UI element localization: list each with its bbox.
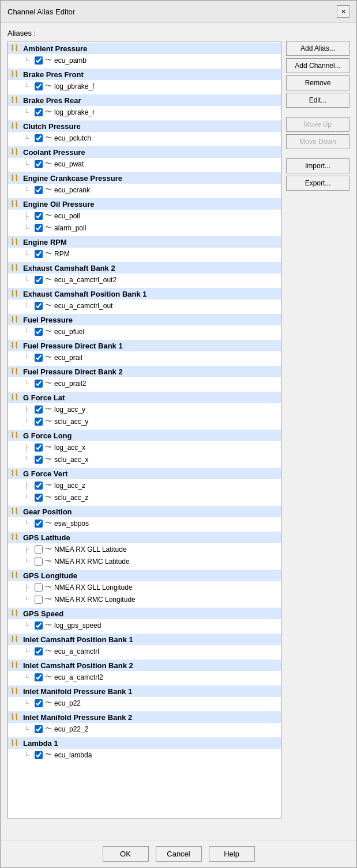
alias-header[interactable]: ⌇⌇G Force Vert [8,468,281,479]
alias-header[interactable]: ⌇⌇Inlet Camshaft Position Bank 1 [8,634,281,645]
tree-line-icon: └ [24,558,32,565]
alias-header[interactable]: ⌇⌇Inlet Camshaft Position Bank 2 [8,659,281,671]
channel-checkbox[interactable] [35,751,43,759]
edit-button[interactable]: Edit... [286,93,350,108]
channel-checkbox[interactable] [35,418,43,426]
help-button[interactable]: Help [209,846,255,862]
alias-header[interactable]: ⌇⌇Gear Position [8,506,281,517]
alias-header[interactable]: ⌇⌇GPS Speed [8,608,281,619]
channel-wave-icon: 〜 [45,301,52,310]
channel-checkbox[interactable] [35,160,43,168]
channel-wave-icon: 〜 [45,107,52,117]
channel-checkbox[interactable] [35,380,43,388]
channel-checkbox[interactable] [35,354,43,362]
alias-header[interactable]: ⌇⌇Inlet Manifold Pressure Bank 1 [8,685,281,697]
alias-wave-icon: ⌇⌇ [10,263,21,272]
tree-line-icon: └ [24,456,32,463]
channel-checkbox[interactable] [35,250,43,258]
channel-item: └〜RPM [8,248,281,260]
channel-item: └〜ecu_prail [8,351,281,363]
channel-checkbox[interactable] [35,212,43,220]
alias-wave-icon: ⌇⌇ [10,70,21,79]
alias-header[interactable]: ⌇⌇Fuel Pressure Direct Bank 1 [8,340,281,351]
channel-name: ecu_a_camctrl_out [54,302,112,310]
channel-checkbox[interactable] [35,405,43,414]
channel-checkbox[interactable] [35,545,43,554]
alias-header[interactable]: ⌇⌇GPS Latitude [8,532,281,543]
channel-checkbox[interactable] [35,494,43,502]
alias-header[interactable]: ⌇⌇Ambient Pressure [8,43,281,54]
channel-wave-icon: 〜 [45,352,52,362]
channel-wave-icon: 〜 [45,404,52,414]
channel-checkbox[interactable] [35,444,43,452]
add-channel-button[interactable]: Add Channel... [286,58,350,73]
alias-name: Brake Pres Rear [23,96,81,105]
alias-name: Exhaust Camshaft Position Bank 1 [23,290,147,298]
ok-button[interactable]: OK [103,846,149,862]
channel-checkbox[interactable] [35,482,43,490]
alias-group: ⌇⌇GPS Longitude├〜NMEA RX GLL Longitude└〜… [8,568,281,607]
channel-item: └〜ecu_p22 [8,697,281,709]
alias-header[interactable]: ⌇⌇Exhaust Camshaft Bank 2 [8,262,281,274]
alias-header[interactable]: ⌇⌇Clutch Pressure [8,120,281,132]
add-alias-button[interactable]: Add Alias... [286,41,350,56]
alias-header[interactable]: ⌇⌇Brake Pres Front [8,69,281,80]
channel-name: ecu_prail2 [54,380,86,388]
channel-checkbox[interactable] [35,583,43,592]
channel-wave-icon: 〜 [45,442,52,452]
close-button[interactable]: ✕ [337,5,350,18]
alias-wave-icon: ⌇⌇ [10,341,21,350]
export-button[interactable]: Export... [286,176,350,191]
channel-checkbox[interactable] [35,56,43,65]
remove-button[interactable]: Remove [286,75,350,90]
alias-header[interactable]: ⌇⌇GPS Longitude [8,570,281,581]
alias-header[interactable]: ⌇⌇G Force Lat [8,392,281,403]
alias-header[interactable]: ⌇⌇G Force Long [8,430,281,441]
channel-wave-icon: 〜 [45,55,52,65]
alias-header[interactable]: ⌇⌇Engine Oil Pressure [8,198,281,210]
alias-header[interactable]: ⌇⌇Fuel Pressure [8,314,281,325]
channel-name: ecu_poil [54,212,80,220]
alias-header[interactable]: ⌇⌇Exhaust Camshaft Position Bank 1 [8,288,281,300]
channel-name: NMEA RX GLL Longitude [54,583,133,592]
alias-list[interactable]: ⌇⌇Ambient Pressure└〜ecu_pamb⌇⌇Brake Pres… [7,41,281,818]
channel-checkbox[interactable] [35,302,43,310]
alias-group: ⌇⌇G Force Vert├〜log_acc_z└〜sclu_acc_z [8,467,281,505]
channel-checkbox[interactable] [35,82,43,90]
alias-name: Engine RPM [23,238,67,247]
cancel-button[interactable]: Cancel [156,846,202,862]
alias-name: Clutch Pressure [23,122,81,131]
import-button[interactable]: Import... [286,158,350,173]
channel-wave-icon: 〜 [45,159,52,169]
channel-checkbox[interactable] [35,456,43,464]
alias-header[interactable]: ⌇⌇Lambda 1 [8,737,281,749]
channel-checkbox[interactable] [35,328,43,336]
alias-header[interactable]: ⌇⌇Inlet Manifold Pressure Bank 2 [8,711,281,723]
alias-header[interactable]: ⌇⌇Engine RPM [8,236,281,248]
channel-checkbox[interactable] [35,699,43,707]
channel-checkbox[interactable] [35,558,43,566]
channel-checkbox[interactable] [35,673,43,681]
tree-line-icon: └ [24,494,32,501]
move-down-button[interactable]: Move Down [286,134,350,149]
channel-wave-icon: 〜 [45,185,52,195]
alias-header[interactable]: ⌇⌇Engine Crankcase Pressure [8,172,281,184]
channel-checkbox[interactable] [35,224,43,232]
alias-header[interactable]: ⌇⌇Brake Pres Rear [8,94,281,106]
channel-checkbox[interactable] [35,725,43,733]
channel-checkbox[interactable] [35,186,43,194]
alias-name: Exhaust Camshaft Bank 2 [23,264,115,272]
move-up-button[interactable]: Move Up [286,117,350,132]
alias-header[interactable]: ⌇⌇Coolant Pressure [8,146,281,158]
alias-header[interactable]: ⌇⌇Fuel Pressure Direct Bank 2 [8,366,281,377]
channel-checkbox[interactable] [35,520,43,528]
channel-checkbox[interactable] [35,108,43,116]
channel-checkbox[interactable] [35,276,43,284]
channel-checkbox[interactable] [35,647,43,655]
alias-group: ⌇⌇Inlet Camshaft Position Bank 1└〜ecu_a_… [8,632,281,658]
channel-name: ecu_prail [54,354,82,362]
channel-checkbox[interactable] [35,134,43,142]
channel-checkbox[interactable] [35,621,43,630]
channel-checkbox[interactable] [35,596,43,604]
channel-item: └〜alarm_poil [8,222,281,234]
